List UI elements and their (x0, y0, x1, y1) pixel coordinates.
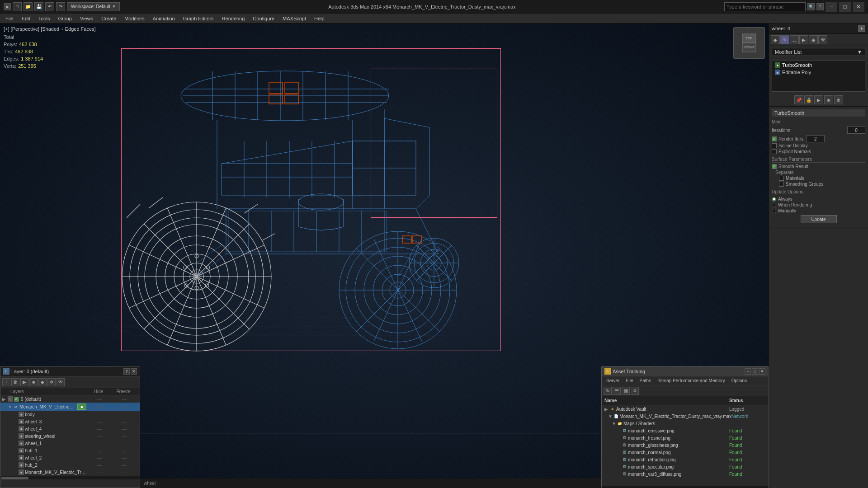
display-icon[interactable]: ◉ (809, 35, 818, 44)
menu-file[interactable]: File (2, 15, 17, 22)
menu-graph-editors[interactable]: Graph Editors (179, 15, 217, 22)
layers-titlebar[interactable]: L Layer: 0 (default) ? ✕ (0, 366, 140, 376)
help-icon[interactable]: ? (816, 3, 824, 10)
menu-configure[interactable]: Configure (249, 15, 278, 22)
layers-freeze-all-btn[interactable]: ❄ (47, 378, 56, 386)
search-icon[interactable]: 🔍 (807, 3, 815, 10)
modifier-turbosmooth[interactable]: ● TurboSmooth (773, 61, 864, 69)
layer-item-body[interactable]: ■ body — — (0, 411, 140, 418)
layers-hide-all-btn[interactable]: 👁 (57, 378, 65, 386)
maximize-btn[interactable]: □ (839, 2, 851, 12)
layer-item-wheel2[interactable]: ■ wheel_2 — — (0, 454, 140, 461)
asset-item-glossiness[interactable]: 🖼 monarch_glossiness.png Found (602, 441, 768, 449)
render-iters-checkbox[interactable]: ✓ (772, 136, 777, 141)
layers-close-btn[interactable]: ✕ (131, 368, 137, 375)
when-rendering-radio[interactable] (772, 203, 776, 207)
menu-modifiers[interactable]: Modifiers (121, 15, 148, 22)
asset-list-btn[interactable]: ☰ (613, 387, 621, 395)
layer-item-steering[interactable]: ■ steering_wheel — — (0, 432, 140, 440)
asset-item-specular[interactable]: 🖼 monarch_specular.png Found (602, 463, 768, 470)
layer-item-wheel4[interactable]: ■ wheel_4 — — (0, 425, 140, 432)
turbosmooth-title[interactable]: TurboSmooth (772, 109, 865, 117)
object-name-dropdown[interactable]: ▼ (858, 25, 865, 32)
open-file-btn[interactable]: 📁 (24, 2, 33, 11)
always-radio[interactable] (772, 197, 776, 202)
menu-rendering[interactable]: Rendering (218, 15, 249, 22)
layer-expand-default[interactable]: ▶ (2, 397, 7, 402)
layer-item-wheel1[interactable]: ■ wheel_1 — — (0, 440, 140, 447)
layers-select-btn[interactable]: ■ (29, 378, 38, 386)
create-icon[interactable]: ◆ (771, 35, 780, 44)
asset-item-fresnel[interactable]: 🖼 monarch_fresnel.png Found (602, 434, 768, 441)
manually-radio[interactable] (772, 209, 776, 213)
show-end-icon[interactable]: ▶ (814, 95, 823, 104)
asset-item-diffuse[interactable]: 🖼 monarch_var3_diffuse.png Found (602, 470, 768, 478)
layer-item-wheel3[interactable]: ■ wheel_3 — — (0, 418, 140, 425)
asset-item-vault[interactable]: ▶ ■ Autodesk Vault Logged (602, 405, 768, 413)
show-result-icon[interactable]: ■ (824, 95, 833, 104)
layer-item-monarch[interactable]: ▼ M Monarch_MK_V_Electric_Tractor_Dusty … (0, 403, 140, 411)
menu-maxscript[interactable]: MAXScript (279, 15, 310, 22)
asset-refresh-btn[interactable]: ↻ (604, 387, 612, 395)
utilities-icon[interactable]: ⚒ (818, 35, 827, 44)
isoline-checkbox[interactable] (772, 143, 777, 148)
iterations-input[interactable] (847, 127, 865, 134)
layer-item-hub1[interactable]: ■ hub_1 — — (0, 447, 140, 454)
layer-item-default[interactable]: ▶ L ✓ 0 (default) — — (0, 395, 140, 403)
smoothing-groups-checkbox[interactable] (779, 182, 784, 187)
asset-item-maps[interactable]: ▼ 📁 Maps / Shaders (602, 420, 768, 427)
menu-tools[interactable]: Tools (35, 15, 54, 22)
update-btn[interactable]: Update (801, 215, 837, 223)
motion-icon[interactable]: ▶ (799, 35, 808, 44)
search-input[interactable] (724, 2, 806, 11)
render-iters-input[interactable] (807, 135, 825, 142)
asset-menu-bitmap[interactable]: Bitmap Performance and Memory (655, 378, 728, 383)
menu-create[interactable]: Create (98, 15, 120, 22)
asset-item-emissive[interactable]: 🖼 monarch_emissive.png Found (602, 427, 768, 434)
layer-expand-monarch[interactable]: ▼ (8, 404, 12, 409)
new-file-btn[interactable]: □ (13, 2, 22, 11)
asset-menu-file[interactable]: File (623, 378, 636, 383)
menu-group[interactable]: Group (54, 15, 75, 22)
layer-item-monarch2[interactable]: ■ Monarch_MK_V_Electric_Tractor_Dusty — … (0, 469, 140, 476)
layer-active-check[interactable]: ✓ (14, 397, 19, 402)
asset-item-normal[interactable]: 🖼 monarch_normal.png Found (602, 449, 768, 456)
layers-scrollbar[interactable] (0, 476, 140, 479)
layers-help-btn[interactable]: ? (123, 368, 130, 375)
menu-edit[interactable]: Edit (18, 15, 34, 22)
hierarchy-icon[interactable]: ⚏ (790, 35, 799, 44)
asset-menu-server[interactable]: Server (604, 378, 622, 383)
save-file-btn[interactable]: 💾 (34, 2, 43, 11)
menu-animation[interactable]: Animation (149, 15, 179, 22)
layers-scrollbar-thumb[interactable] (1, 477, 28, 479)
asset-restore-btn[interactable]: □ (752, 368, 758, 375)
pin-icon[interactable]: 📌 (794, 95, 803, 104)
undo-btn[interactable]: ↶ (45, 2, 54, 11)
asset-menu-options[interactable]: Options (729, 378, 750, 383)
asset-grid-btn[interactable]: ▦ (622, 387, 630, 395)
smooth-result-checkbox[interactable]: ✓ (772, 164, 777, 169)
asset-titlebar[interactable]: A Asset Tracking − □ ✕ (602, 366, 768, 376)
layers-delete-btn[interactable]: 🗑 (11, 378, 19, 386)
layers-new-btn[interactable]: + (2, 378, 10, 386)
asset-menu-paths[interactable]: Paths (637, 378, 654, 383)
asset-item-refraction[interactable]: 🖼 monarch_refraction.png Found (602, 456, 768, 463)
layers-add-obj-btn[interactable]: ▶ (20, 378, 28, 386)
asset-item-mainfile[interactable]: ▼ 📄 Monarch_MK_V_Electric_Tractor_Dusty_… (602, 413, 768, 420)
remove-modifier-icon[interactable]: 🗑 (834, 95, 843, 104)
menu-views[interactable]: Views (76, 15, 97, 22)
asset-minimize-btn[interactable]: − (745, 368, 751, 375)
layer-item-hub2[interactable]: ■ hub_2 — — (0, 461, 140, 469)
lock-icon[interactable]: 🔒 (804, 95, 813, 104)
nav-cube[interactable]: TOP FRONT (733, 27, 765, 59)
asset-scrollbar[interactable] (602, 486, 768, 488)
materials-checkbox[interactable] (779, 176, 784, 181)
modify-icon[interactable]: ✎ (780, 35, 789, 44)
modifier-list-dropdown[interactable]: Modifier List ▼ (772, 48, 865, 56)
asset-settings-btn[interactable]: ⚙ (631, 387, 639, 395)
minimize-btn[interactable]: − (826, 2, 837, 12)
layers-select-all-btn[interactable]: ◆ (38, 378, 47, 386)
menu-help[interactable]: Help (311, 15, 328, 22)
redo-btn[interactable]: ↷ (56, 2, 65, 11)
close-btn[interactable]: ✕ (853, 2, 864, 12)
